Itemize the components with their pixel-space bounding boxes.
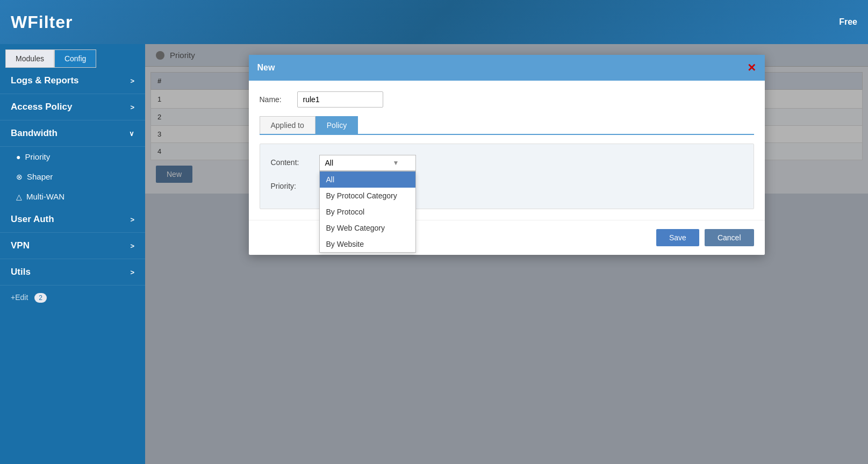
sidebar-subitem-priority[interactable]: ● Priority (0, 147, 145, 167)
tab-config[interactable]: Config (54, 49, 96, 68)
circle-icon: ● (16, 153, 20, 161)
select-value: All (325, 159, 334, 167)
edit-count-badge: 2 (34, 293, 47, 303)
content-select[interactable]: All ▼ (319, 155, 416, 171)
tab-applied-to[interactable]: Applied to (260, 116, 315, 134)
policy-section: Content: All ▼ All By Protocol Category … (260, 144, 754, 209)
chevron-down-icon: ∨ (129, 130, 134, 138)
header: WFilter Free (0, 0, 868, 44)
dropdown-item-protocol-category[interactable]: By Protocol Category (320, 188, 415, 204)
main-layout: Modules Config Logs & Reports > Access P… (0, 44, 868, 464)
modal-overlay: New ✕ Name: Applied to Policy Content: (145, 44, 868, 464)
modal-tab-bar: Applied to Policy (260, 116, 754, 135)
main-content: Priority # Name 1规则12Mail3Web4P2P & Stre… (145, 44, 868, 464)
sidebar-item-utils[interactable]: Utils > (0, 259, 145, 285)
modal-dialog: New ✕ Name: Applied to Policy Content: (249, 55, 765, 255)
app-title: WFilter (11, 12, 73, 32)
sidebar-item-access-policy[interactable]: Access Policy > (0, 94, 145, 120)
modal-body: Name: Applied to Policy Content: All (249, 81, 765, 220)
shaper-icon: ⊗ (16, 173, 23, 181)
sidebar-item-user-auth[interactable]: User Auth > (0, 206, 145, 233)
tab-policy[interactable]: Policy (315, 116, 358, 134)
dropdown-item-all[interactable]: All (320, 172, 415, 188)
name-row: Name: (260, 91, 754, 108)
content-select-wrapper: All ▼ All By Protocol Category By Protoc… (319, 155, 416, 171)
tab-modules[interactable]: Modules (5, 49, 54, 68)
triangle-icon: △ (16, 192, 22, 201)
dropdown-item-protocol[interactable]: By Protocol (320, 204, 415, 220)
name-input[interactable] (297, 91, 383, 108)
sidebar-item-bandwidth[interactable]: Bandwidth ∨ (0, 120, 145, 147)
name-label: Name: (260, 95, 292, 104)
sidebar-item-logs-reports[interactable]: Logs & Reports > (0, 68, 145, 94)
save-button[interactable]: Save (656, 229, 699, 246)
dropdown-list: All By Protocol Category By Protocol By … (319, 171, 416, 253)
sidebar-item-vpn[interactable]: VPN > (0, 233, 145, 259)
sidebar-subitem-shaper[interactable]: ⊗ Shaper (0, 167, 145, 187)
priority-label: Priority: (271, 179, 314, 190)
chevron-right-icon: > (130, 268, 134, 276)
modal-title: New (257, 63, 275, 73)
cancel-button[interactable]: Cancel (705, 229, 754, 246)
chevron-right-icon: > (130, 77, 134, 85)
edit-section[interactable]: +Edit 2 (0, 285, 145, 309)
modal-header: New ✕ (249, 55, 765, 81)
sidebar-subitem-multi-wan[interactable]: △ Multi-WAN (0, 187, 145, 206)
dropdown-item-website[interactable]: By Website (320, 236, 415, 252)
sidebar-tab-bar: Modules Config (0, 44, 145, 68)
modal-close-button[interactable]: ✕ (747, 61, 756, 74)
chevron-right-icon: > (130, 216, 134, 224)
content-label: Content: (271, 155, 314, 167)
chevron-right-icon: > (130, 242, 134, 250)
dropdown-arrow-icon: ▼ (393, 159, 399, 167)
dropdown-item-web-category[interactable]: By Web Category (320, 220, 415, 236)
content-row: Content: All ▼ All By Protocol Category … (271, 155, 743, 171)
chevron-right-icon: > (130, 103, 134, 111)
plan-label: Free (839, 17, 857, 27)
sidebar: Modules Config Logs & Reports > Access P… (0, 44, 145, 464)
